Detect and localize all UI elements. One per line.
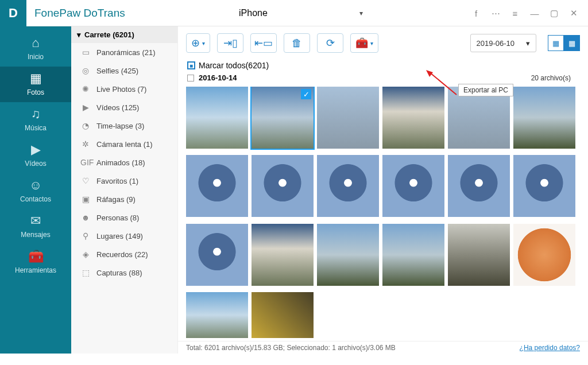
export-pc-button[interactable]: ⇤▭ xyxy=(250,33,277,53)
nav-photos[interactable]: ▦Fotos xyxy=(0,67,71,102)
photo-grid: ✓ xyxy=(178,87,588,341)
album-tree: ▾Carrete (6201) ▭Panorámicas (21) ◎Selfi… xyxy=(71,26,178,354)
checkbox-empty-icon[interactable] xyxy=(187,75,194,81)
menu-icon[interactable]: ≡ xyxy=(505,0,525,26)
nav-label: Mensajes xyxy=(21,231,50,239)
video-icon: ▶ xyxy=(31,142,41,157)
photo-thumb[interactable] xyxy=(513,155,575,217)
nav-tools[interactable]: 🧰Herramientas xyxy=(0,244,71,280)
tree-item-live[interactable]: ✺Live Photos (7) xyxy=(71,80,177,98)
tree-header-label: Carrete (6201) xyxy=(84,30,134,39)
facebook-icon[interactable]: f xyxy=(466,0,486,26)
chevron-down-icon: ▾ xyxy=(77,30,81,39)
nav-label: Fotos xyxy=(27,88,44,96)
pin-icon: ⚲ xyxy=(80,231,91,240)
contacts-icon: ☺ xyxy=(29,178,42,193)
device-selector[interactable]: iPhone ▾ xyxy=(233,0,363,26)
sidebar: ⌂Inicio ▦Fotos ♫Música ▶Vídeos ☺Contacto… xyxy=(0,26,71,354)
photo-thumb[interactable] xyxy=(186,224,248,286)
people-icon: ☻ xyxy=(80,213,91,222)
nav-messages[interactable]: ✉Mensajes xyxy=(0,209,71,244)
photo-thumb[interactable] xyxy=(186,155,248,217)
heart-icon: ♡ xyxy=(80,176,91,185)
lost-data-link[interactable]: ¿Ha perdido datos? xyxy=(520,344,580,352)
nav-videos[interactable]: ▶Vídeos xyxy=(0,138,71,173)
tree-item-favorites[interactable]: ♡Favoritos (1) xyxy=(71,172,177,190)
tree-label: Personas (8) xyxy=(96,213,139,222)
date-value: 2019-06-10 xyxy=(477,39,515,48)
date-filter[interactable]: 2019-06-10▾ xyxy=(470,34,537,52)
close-button[interactable]: ✕ xyxy=(564,0,583,26)
tree-item-panoramas[interactable]: ▭Panorámicas (21) xyxy=(71,43,177,61)
tree-item-timelapse[interactable]: ◔Time-lapse (3) xyxy=(71,117,177,135)
status-bar: Total: 6201 archivo(s)/15.83 GB; Selecci… xyxy=(178,341,588,354)
home-icon: ⌂ xyxy=(32,36,39,51)
nav-label: Vídeos xyxy=(25,160,46,168)
view-grid-small[interactable]: ▦ xyxy=(548,35,564,51)
tree-label: Selfies (425) xyxy=(96,67,138,75)
tree-header[interactable]: ▾Carrete (6201) xyxy=(71,26,177,43)
date-group-header[interactable]: 2016-10-14 20 archivo(s) xyxy=(178,71,588,87)
tree-item-places[interactable]: ⚲Lugares (149) xyxy=(71,227,177,245)
gif-icon: GIF xyxy=(80,158,91,167)
checkbox-indeterminate-icon[interactable]: ■ xyxy=(187,61,195,69)
feedback-icon[interactable]: ⋯ xyxy=(486,0,505,26)
select-all-row[interactable]: ■ Marcar todos(6201) xyxy=(178,60,588,71)
toolbox-button[interactable]: 🧰▾ xyxy=(350,33,378,53)
view-grid-large[interactable]: ▦ xyxy=(564,35,580,51)
tree-item-animated[interactable]: GIFAnimados (18) xyxy=(71,153,177,172)
tree-item-memories[interactable]: ◈Recuerdos (22) xyxy=(71,245,177,263)
nav-music[interactable]: ♫Música xyxy=(0,102,71,138)
tree-item-selfies[interactable]: ◎Selfies (425) xyxy=(71,61,177,80)
photo-thumb[interactable] xyxy=(186,87,248,149)
tree-item-bursts[interactable]: ▣Ráfagas (9) xyxy=(71,190,177,208)
import-device-button[interactable]: ⇥▯ xyxy=(217,33,243,53)
refresh-button[interactable]: ⟳ xyxy=(317,33,343,53)
photo-thumb[interactable] xyxy=(448,224,510,286)
tree-label: Vídeos (125) xyxy=(96,103,139,112)
app-name: FonePaw DoTrans xyxy=(34,7,125,20)
tree-label: Lugares (149) xyxy=(96,232,143,240)
select-all-label: Marcar todos(6201) xyxy=(199,61,269,70)
photo-thumb[interactable] xyxy=(186,292,248,338)
nav-label: Música xyxy=(25,124,47,132)
photo-thumb[interactable] xyxy=(317,87,379,149)
minimize-button[interactable]: — xyxy=(525,0,544,26)
photo-thumb[interactable] xyxy=(252,155,314,217)
tree-label: Ráfagas (9) xyxy=(96,195,136,204)
app-logo: D xyxy=(0,0,26,26)
nav-label: Inicio xyxy=(28,53,44,61)
photo-thumb[interactable] xyxy=(513,87,575,149)
photo-thumb[interactable] xyxy=(382,155,444,217)
device-name: iPhone xyxy=(239,8,268,18)
photo-thumb[interactable] xyxy=(382,87,444,149)
photo-thumb[interactable] xyxy=(252,292,314,338)
tree-item-videos[interactable]: ▶Vídeos (125) xyxy=(71,98,177,117)
photo-thumb[interactable] xyxy=(252,224,314,286)
photo-thumb[interactable]: ✓ xyxy=(252,87,314,149)
tree-label: Capturas (88) xyxy=(96,269,142,277)
nav-home[interactable]: ⌂Inicio xyxy=(0,31,71,67)
tree-label: Live Photos (7) xyxy=(96,85,146,94)
group-count: 20 archivo(s) xyxy=(531,74,579,82)
export-tooltip: Exportar al PC xyxy=(458,84,513,96)
photo-thumb[interactable] xyxy=(382,224,444,286)
burst-icon: ▣ xyxy=(80,195,91,204)
add-button[interactable]: ⊕▾ xyxy=(186,33,210,53)
nav-contacts[interactable]: ☺Contactos xyxy=(0,173,71,209)
memory-icon: ◈ xyxy=(80,250,91,259)
photo-thumb[interactable] xyxy=(317,224,379,286)
tree-item-slowmo[interactable]: ✲Cámara lenta (1) xyxy=(71,135,177,153)
photo-thumb[interactable] xyxy=(513,224,575,286)
chevron-down-icon: ▾ xyxy=(526,39,530,48)
photo-thumb[interactable] xyxy=(317,155,379,217)
tree-item-screenshots[interactable]: ⬚Capturas (88) xyxy=(71,263,177,282)
delete-button[interactable]: 🗑 xyxy=(284,33,310,53)
tree-label: Cámara lenta (1) xyxy=(96,140,153,149)
maximize-button[interactable]: ▢ xyxy=(544,0,564,26)
tools-icon: 🧰 xyxy=(28,249,44,264)
photo-thumb[interactable] xyxy=(448,155,510,217)
tree-item-people[interactable]: ☻Personas (8) xyxy=(71,208,177,227)
check-icon: ✓ xyxy=(301,89,311,99)
tree-label: Panorámicas (21) xyxy=(96,48,156,57)
